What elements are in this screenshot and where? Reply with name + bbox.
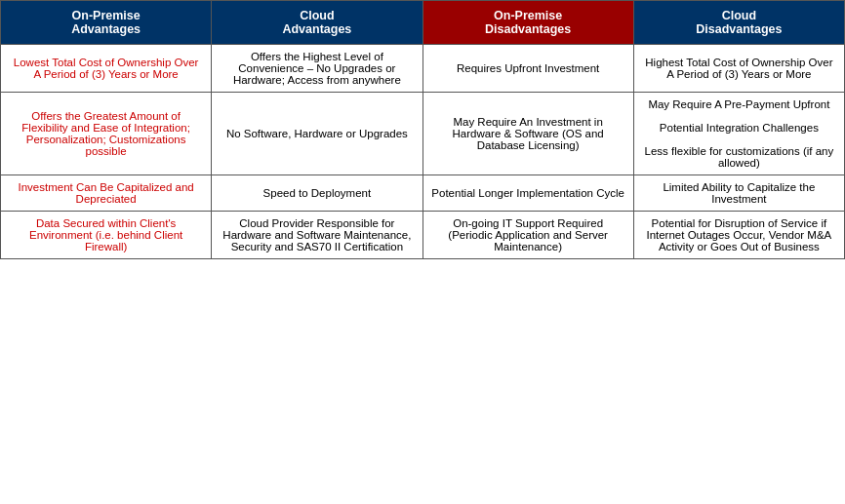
header-cloud-disadvantages: CloudDisadvantages <box>633 1 844 45</box>
table-cell: On-going IT Support Required (Periodic A… <box>422 212 633 259</box>
table-cell: Data Secured within Client's Environment… <box>1 212 212 259</box>
comparison-table: On-PremiseAdvantages CloudAdvantages On-… <box>0 0 845 259</box>
table-cell: Speed to Deployment <box>212 175 422 212</box>
header-on-premise-disadvantages: On-PremiseDisadvantages <box>422 1 633 45</box>
table-cell: Lowest Total Cost of Ownership Over A Pe… <box>1 45 212 93</box>
header-on-premise-advantages: On-PremiseAdvantages <box>1 1 212 45</box>
table-cell: Offers the Greatest Amount of Flexibilit… <box>1 93 212 175</box>
table-cell: May Require An Investment in Hardware & … <box>422 93 633 175</box>
header-cloud-advantages: CloudAdvantages <box>212 1 422 45</box>
table-cell: Cloud Provider Responsible for Hardware … <box>212 212 422 259</box>
table-cell: Potential Longer Implementation Cycle <box>422 175 633 212</box>
table-cell: May Require A Pre-Payment UpfrontPotenti… <box>633 93 844 175</box>
table-cell: No Software, Hardware or Upgrades <box>212 93 422 175</box>
table-cell: Investment Can Be Capitalized and Deprec… <box>1 175 212 212</box>
table-cell: Limited Ability to Capitalize the Invest… <box>633 175 844 212</box>
table-row: Investment Can Be Capitalized and Deprec… <box>1 175 845 212</box>
table-cell: Requires Upfront Investment <box>422 45 633 93</box>
table-row: Lowest Total Cost of Ownership Over A Pe… <box>1 45 845 93</box>
table-cell: Potential for Disruption of Service if I… <box>633 212 844 259</box>
table-row: Offers the Greatest Amount of Flexibilit… <box>1 93 845 175</box>
table-cell: Offers the Highest Level of Convenience … <box>212 45 422 93</box>
table-cell: Highest Total Cost of Ownership Over A P… <box>633 45 844 93</box>
table-row: Data Secured within Client's Environment… <box>1 212 845 259</box>
